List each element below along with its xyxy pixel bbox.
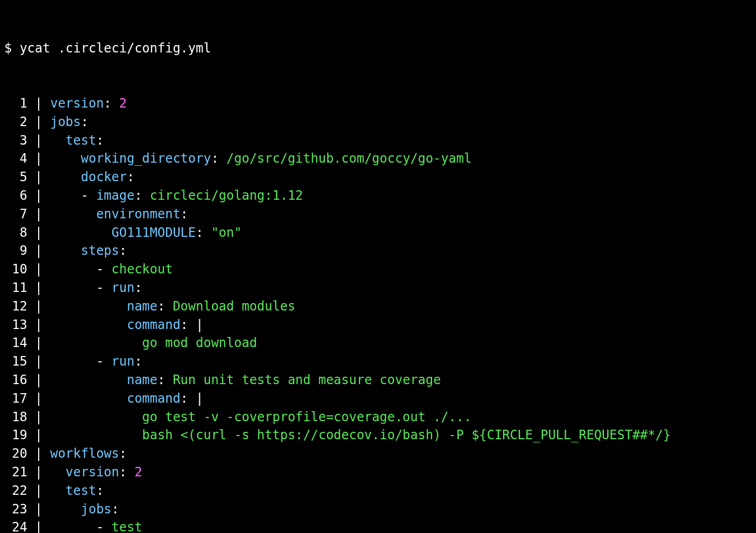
plain-token	[50, 317, 127, 332]
gutter-bar: |	[27, 372, 50, 387]
gutter-bar: |	[27, 465, 50, 479]
command-text: ycat .circleci/config.yml	[20, 41, 211, 56]
plain-token	[50, 280, 96, 295]
key-token: docker	[81, 170, 127, 184]
dash-token: -	[96, 262, 111, 277]
plain-token	[50, 188, 81, 203]
plain-token	[50, 410, 142, 424]
val-token: go test -v -coverprofile=coverage.out ./…	[142, 410, 471, 424]
key-token: version	[66, 465, 119, 479]
key-token: image	[96, 188, 134, 203]
pipe-token: |	[196, 391, 203, 406]
gutter-bar: |	[27, 446, 50, 461]
code-line: 16 | name: Run unit tests and measure co…	[4, 371, 752, 389]
line-number: 3	[4, 131, 27, 150]
val-token: Run unit tests and measure coverage	[173, 372, 441, 387]
plain-token: :	[96, 483, 103, 498]
plain-token: :	[127, 170, 134, 184]
code-line: 4 | working_directory: /go/src/github.co…	[4, 149, 752, 168]
key-token: command	[127, 317, 180, 332]
plain-token: :	[180, 207, 188, 221]
plain-token: :	[135, 354, 142, 369]
plain-token	[50, 391, 127, 406]
code-line: 10 | - checkout	[4, 260, 752, 279]
plain-token: :	[196, 225, 211, 240]
line-number: 9	[4, 242, 27, 260]
plain-token	[50, 170, 81, 184]
line-number: 13	[4, 316, 27, 334]
line-number: 15	[4, 352, 27, 371]
gutter-bar: |	[27, 335, 50, 350]
line-number: 17	[4, 389, 27, 408]
plain-token: :	[81, 114, 89, 129]
gutter-bar: |	[27, 151, 50, 166]
code-line: 12 | name: Download modules	[4, 297, 752, 316]
num-token: 2	[119, 96, 127, 111]
terminal[interactable]: $ ycat .circleci/config.yml 1 | version:…	[0, 0, 756, 533]
plain-token	[50, 465, 66, 479]
code-line: 1 | version: 2	[4, 94, 752, 113]
gutter-bar: |	[27, 428, 50, 442]
plain-token	[50, 133, 66, 148]
code-line: 23 | jobs:	[4, 500, 752, 519]
line-number: 14	[4, 334, 27, 352]
key-token: name	[127, 372, 157, 387]
code-line: 2 | jobs:	[4, 113, 752, 131]
plain-token: :	[135, 188, 150, 203]
key-token: test	[66, 133, 96, 148]
line-number: 7	[4, 205, 27, 224]
gutter-bar: |	[27, 170, 50, 184]
code-line: 24 | - test	[4, 518, 752, 533]
plain-token	[50, 372, 127, 387]
gutter-bar: |	[27, 299, 50, 314]
line-number: 22	[4, 482, 27, 500]
val-token: test	[111, 520, 142, 533]
code-line: 21 | version: 2	[4, 463, 752, 482]
code-line: 17 | command: |	[4, 389, 752, 408]
line-number: 20	[4, 445, 27, 463]
gutter-bar: |	[27, 207, 50, 221]
code-line: 6 | - image: circleci/golang:1.12	[4, 186, 752, 205]
plain-token	[50, 299, 127, 314]
code-line: 19 | bash <(curl -s https://codecov.io/b…	[4, 426, 752, 445]
code-line: 15 | - run:	[4, 352, 752, 371]
key-token: jobs	[81, 502, 112, 517]
val-token: circleci/golang:1.12	[150, 188, 303, 203]
plain-token: :	[157, 372, 173, 387]
line-number: 23	[4, 500, 27, 519]
dash-token: -	[96, 520, 111, 533]
key-token: command	[127, 391, 180, 406]
plain-token: :	[180, 317, 196, 332]
key-token: run	[111, 280, 134, 295]
plain-token: :	[157, 299, 173, 314]
gutter-bar: |	[27, 317, 50, 332]
gutter-bar: |	[27, 188, 50, 203]
plain-token: :	[96, 133, 103, 148]
key-token: workflows	[50, 446, 119, 461]
val-token: bash <(curl -s https://codecov.io/bash) …	[142, 428, 671, 442]
gutter-bar: |	[27, 114, 50, 129]
code-line: 11 | - run:	[4, 279, 752, 297]
code-line: 8 | GO111MODULE: "on"	[4, 224, 752, 242]
key-token: version	[50, 96, 104, 111]
plain-token: :	[180, 391, 196, 406]
gutter-bar: |	[27, 262, 50, 277]
key-token: run	[111, 354, 134, 369]
plain-token	[50, 243, 81, 258]
plain-token: :	[119, 465, 135, 479]
code-line: 13 | command: |	[4, 316, 752, 334]
line-number: 4	[4, 149, 27, 168]
line-number: 18	[4, 408, 27, 427]
dash-token: -	[96, 280, 111, 295]
gutter-bar: |	[27, 280, 50, 295]
plain-token	[50, 262, 96, 277]
line-number: 19	[4, 426, 27, 445]
line-number: 12	[4, 297, 27, 316]
key-token: environment	[96, 207, 180, 221]
file-output: 1 | version: 22 | jobs:3 | test:4 | work…	[4, 94, 752, 533]
line-number: 11	[4, 279, 27, 297]
plain-token	[50, 428, 142, 442]
val-token: go mod download	[142, 335, 257, 350]
gutter-bar: |	[27, 410, 50, 424]
plain-token	[50, 207, 96, 221]
